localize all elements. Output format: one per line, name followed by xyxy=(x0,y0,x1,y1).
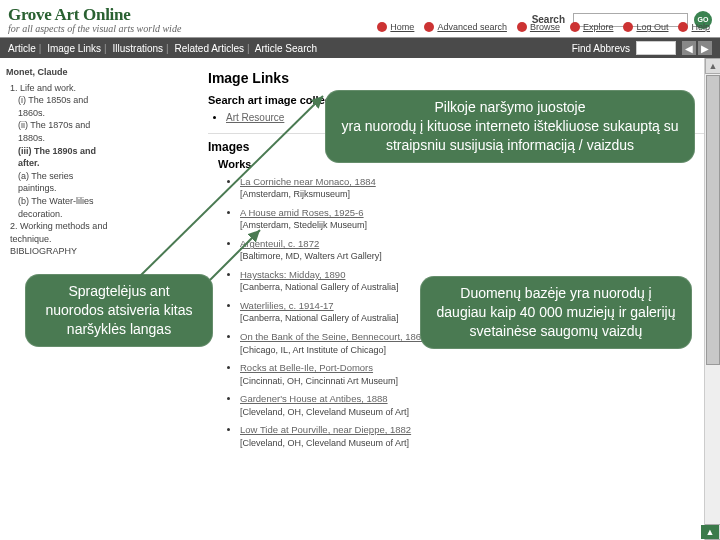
work-link[interactable]: Gardener's House at Antibes, 1888 xyxy=(240,393,388,404)
browse-icon xyxy=(517,22,527,32)
brand-tagline: for all aspects of the visual arts world… xyxy=(8,23,181,34)
nav-help[interactable]: Help xyxy=(678,22,710,32)
work-location: [Cincinnati, OH, Cincinnati Art Museum] xyxy=(240,376,398,386)
toc-item[interactable]: 2. Working methods and technique. xyxy=(10,220,112,245)
work-link[interactable]: A House amid Roses, 1925-6 xyxy=(240,207,364,218)
tab-bar: Article| Image Links| Illustrations| Rel… xyxy=(0,38,720,58)
corner-button[interactable]: ▲ xyxy=(701,525,719,539)
find-abbrev-input[interactable] xyxy=(636,41,676,55)
abbrev-search: Find Abbrevs ◀ ▶ xyxy=(572,41,712,55)
work-link[interactable]: Argenteuil, c. 1872 xyxy=(240,238,319,249)
work-location: [Amsterdam, Rijksmuseum] xyxy=(240,189,350,199)
work-link[interactable]: Waterlilies, c. 1914-17 xyxy=(240,300,334,311)
list-item: Gardener's House at Antibes, 1888[Clevel… xyxy=(240,393,710,418)
search-icon xyxy=(424,22,434,32)
list-item: Rocks at Belle-Ile, Port-Domors[Cincinna… xyxy=(240,362,710,387)
work-location: [Amsterdam, Stedelijk Museum] xyxy=(240,220,367,230)
toc-item[interactable]: (i) The 1850s and 1860s. xyxy=(18,94,112,119)
callout-greybar: Pilkoje naršymo juostoje yra nuorodų į k… xyxy=(325,90,695,163)
help-icon xyxy=(678,22,688,32)
tab-article-search[interactable]: Article Search xyxy=(255,43,317,54)
brand-title: Grove Art Online xyxy=(8,5,181,25)
art-resource-link[interactable]: Art Resource xyxy=(226,112,284,123)
nav-logout[interactable]: Log Out xyxy=(623,22,668,32)
toc-item[interactable]: 1. Life and work. xyxy=(10,82,112,95)
work-location: [Cleveland, OH, Cleveland Museum of Art] xyxy=(240,438,409,448)
tab-related[interactable]: Related Articles xyxy=(174,43,243,54)
work-link[interactable]: Low Tide at Pourville, near Dieppe, 1882 xyxy=(240,424,411,435)
page-title: Image Links xyxy=(208,70,710,86)
logout-icon xyxy=(623,22,633,32)
brand: Grove Art Online for all aspects of the … xyxy=(8,5,181,34)
next-arrow-icon[interactable]: ▶ xyxy=(698,41,712,55)
work-link[interactable]: On the Bank of the Seine, Bennecourt, 18… xyxy=(240,331,426,342)
toc-item[interactable]: (iii) The 1890s and after. xyxy=(18,145,112,170)
callout-link-opens-window: Spragtelėjus ant nuorodos atsiveria kita… xyxy=(25,274,213,347)
work-link[interactable]: La Corniche near Monaco, 1884 xyxy=(240,176,376,187)
top-nav-links: Home Advanced search Browse Explore Log … xyxy=(377,22,710,32)
nav-advanced-search[interactable]: Advanced search xyxy=(424,22,507,32)
work-link[interactable]: Haystacks: Midday, 1890 xyxy=(240,269,345,280)
nav-browse[interactable]: Browse xyxy=(517,22,560,32)
paging-arrows: ◀ ▶ xyxy=(682,41,712,55)
work-location: [Canberra, National Gallery of Australia… xyxy=(240,313,399,323)
tab-image-links[interactable]: Image Links xyxy=(47,43,101,54)
scroll-thumb[interactable] xyxy=(706,75,720,365)
tab-article[interactable]: Article xyxy=(8,43,36,54)
explore-icon xyxy=(570,22,580,32)
tab-illustrations[interactable]: Illustrations xyxy=(113,43,164,54)
list-item: Low Tide at Pourville, near Dieppe, 1882… xyxy=(240,424,710,449)
article-title: Monet, Claude xyxy=(6,66,112,79)
nav-home[interactable]: Home xyxy=(377,22,414,32)
home-icon xyxy=(377,22,387,32)
toc-item[interactable]: BIBLIOGRAPHY xyxy=(10,245,112,258)
work-location: [Canberra, National Gallery of Australia… xyxy=(240,282,399,292)
toc-list: 1. Life and work.(i) The 1850s and 1860s… xyxy=(6,82,112,258)
toc-item[interactable]: (a) The series paintings. xyxy=(18,170,112,195)
work-location: [Chicago, IL, Art Institute of Chicago] xyxy=(240,345,386,355)
prev-arrow-icon[interactable]: ◀ xyxy=(682,41,696,55)
find-abbrev-label: Find Abbrevs xyxy=(572,43,630,54)
work-link[interactable]: Rocks at Belle-Ile, Port-Domors xyxy=(240,362,373,373)
tab-links: Article| Image Links| Illustrations| Rel… xyxy=(8,43,317,54)
work-location: [Cleveland, OH, Cleveland Museum of Art] xyxy=(240,407,409,417)
work-location: [Baltimore, MD, Walters Art Gallery] xyxy=(240,251,382,261)
app-header: Grove Art Online for all aspects of the … xyxy=(0,0,720,38)
list-item: Argenteuil, c. 1872[Baltimore, MD, Walte… xyxy=(240,238,710,263)
list-item: La Corniche near Monaco, 1884[Amsterdam,… xyxy=(240,176,710,201)
callout-museum-count: Duomenų bazėje yra nuorodų į daugiau kai… xyxy=(420,276,692,349)
list-item: A House amid Roses, 1925-6[Amsterdam, St… xyxy=(240,207,710,232)
vertical-scrollbar[interactable]: ▲ ▼ xyxy=(704,58,720,540)
scroll-up-icon[interactable]: ▲ xyxy=(705,58,720,74)
nav-explore[interactable]: Explore xyxy=(570,22,614,32)
toc-item[interactable]: (b) The Water-lilies decoration. xyxy=(18,195,112,220)
toc-item[interactable]: (ii) The 1870s and 1880s. xyxy=(18,119,112,144)
